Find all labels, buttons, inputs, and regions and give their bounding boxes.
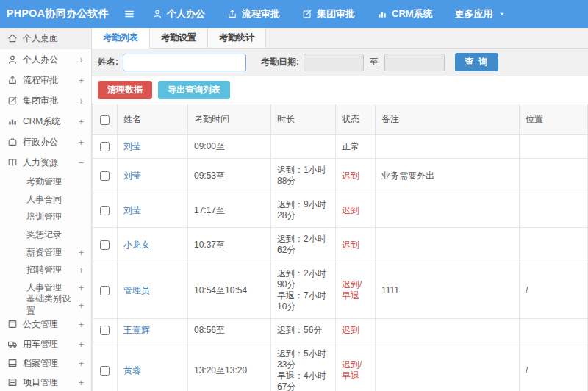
tab-2[interactable]: 考勤统计 [208,28,266,48]
row-checkbox[interactable] [100,142,110,151]
row-checkbox[interactable] [100,326,110,335]
sidebar-subitem-5[interactable]: 招聘管理+ [0,261,91,279]
sidebar-item-5[interactable]: 行政办公+ [0,132,91,152]
topnav-item-3[interactable]: CRM系统 [377,7,433,21]
search-button[interactable]: 查 询 [455,53,498,71]
employee-name-link[interactable]: 刘莹 [123,141,141,151]
sidebar-item-label: 流程审批 [23,74,58,87]
sidebar-item-6[interactable]: 人力资源− [0,152,91,173]
menu-icon[interactable] [123,8,136,20]
attendance-time: 17:17至 [188,193,271,228]
status-text: 正常 [342,141,359,151]
sidebar-item-label: CRM系统 [23,115,60,128]
column-header: 时长 [271,104,336,135]
expand-icon[interactable]: + [78,320,84,329]
export-list-button[interactable]: 导出查询列表 [158,81,230,99]
column-header: 状态 [336,104,376,135]
sidebar-subitem-0[interactable]: 考勤管理 [0,173,91,190]
topnav-item-1[interactable]: 流程审批 [227,7,280,21]
date-label: 考勤日期: [261,56,299,68]
table-row: 管理员10:54至10:54迟到：2小时90分早退：7小时10分迟到/早退111… [93,262,588,319]
topnav-item-2[interactable]: 集团审批 [302,7,355,21]
expand-icon[interactable]: + [78,117,84,126]
expand-icon[interactable]: + [78,137,84,147]
sidebar-item-10[interactable]: 项目管理+ [0,373,91,391]
row-checkbox[interactable] [100,206,110,215]
row-checkbox[interactable] [100,366,110,376]
sidebar-subitem-label: 基础类别设置 [26,293,78,318]
duration-line: 迟到：56分 [277,325,329,336]
sidebar-subitem-2[interactable]: 培训管理 [0,208,91,226]
attendance-time: 10:37至 [188,228,271,262]
sidebar-subitem-label: 考勤管理 [26,176,62,188]
sidebar-item-1[interactable]: 个人办公+ [0,49,91,70]
attendance-time: 13:20至13:20 [188,342,271,391]
sidebar-item-2[interactable]: 流程审批+ [0,70,91,90]
row-checkbox[interactable] [100,286,110,295]
row-checkbox[interactable] [100,171,110,181]
topbar: PHPOA协同办公软件 个人办公流程审批集团审批CRM系统更多应用 [0,0,588,28]
name-input[interactable] [123,54,246,71]
expand-icon[interactable]: + [78,283,84,293]
sidebar-subitem-3[interactable]: 奖惩记录 [0,226,91,243]
expand-icon[interactable]: + [78,248,84,257]
attendance-time: 09:00至 [188,135,271,159]
expand-icon[interactable]: + [78,265,84,275]
expand-icon[interactable]: + [78,340,84,349]
date-to-input[interactable] [384,54,445,71]
sidebar-item-8[interactable]: 用车管理+ [0,334,91,354]
sidebar-item-0[interactable]: 个人桌面 [0,28,91,49]
date-from-input[interactable] [304,54,364,71]
attendance-time: 08:56至 [188,319,271,342]
expand-icon[interactable]: + [78,96,84,106]
expand-icon[interactable]: + [78,76,84,85]
expand-icon[interactable]: + [78,301,84,310]
caret-down-icon [498,10,506,18]
status-text: 迟到 [342,240,359,250]
table-row: 王壹辉08:56至迟到：56分迟到 [93,319,588,342]
expand-icon[interactable]: + [78,55,84,65]
sidebar-item-4[interactable]: CRM系统+ [0,111,91,132]
location-cell: / [520,342,588,391]
collapse-icon[interactable]: − [78,158,84,168]
duration-cell: 迟到：1小时88分 [271,159,336,193]
employee-name-link[interactable]: 王壹辉 [123,325,150,335]
topnav-item-0[interactable]: 个人办公 [152,7,205,21]
sidebar-subitem-4[interactable]: 薪资管理+ [0,243,91,261]
list-icon [7,377,18,387]
sidebar-subitem-label: 招聘管理 [26,264,62,276]
sidebar-item-9[interactable]: 档案管理+ [0,354,91,373]
book-icon [7,157,18,168]
duration-line: 迟到：2小时90分 [277,268,329,290]
employee-name-link[interactable]: 管理员 [123,285,150,295]
sidebar-subitem-7[interactable]: 基础类别设置+ [0,296,91,314]
tab-0[interactable]: 考勤列表 [92,28,150,49]
select-all-checkbox[interactable] [100,115,110,125]
expand-icon[interactable]: + [78,378,84,387]
topnav-item-label: 更多应用 [455,7,493,21]
to-label: 至 [370,56,379,68]
row-checkbox[interactable] [100,240,110,250]
sidebar-item-3[interactable]: 集团审批+ [0,90,91,111]
employee-name-link[interactable]: 小龙女 [123,240,150,250]
employee-name-link[interactable]: 刘莹 [123,205,141,215]
expand-icon[interactable]: + [78,359,84,368]
topnav-item-4[interactable]: 更多应用 [455,7,506,21]
duration-cell: 迟到：56分 [271,319,336,342]
chart-icon [377,9,387,19]
sidebar-item-label: 公文管理 [23,318,58,331]
duration-cell [271,135,336,159]
column-header: 备注 [376,104,520,135]
edit-icon [302,9,312,19]
tab-1[interactable]: 考勤设置 [150,28,208,48]
sidebar-subitem-1[interactable]: 人事合同 [0,190,91,208]
table-row: 黄蓉13:20至13:20迟到：5小时33分早退：4小时67分迟到/早退/ [93,342,588,391]
employee-name-link[interactable]: 黄蓉 [123,365,141,376]
topnav-item-label: 个人办公 [167,7,205,21]
clean-data-button[interactable]: 清理数据 [98,81,152,99]
duration-cell: 迟到：2小时90分早退：7小时10分 [271,262,336,319]
table-body: 刘莹09:00至正常刘莹09:53至迟到：1小时88分迟到业务需要外出刘莹17:… [93,135,588,391]
employee-name-link[interactable]: 刘莹 [123,171,141,181]
table-row: 刘莹09:53至迟到：1小时88分迟到业务需要外出 [93,159,588,193]
note-cell [376,319,520,342]
